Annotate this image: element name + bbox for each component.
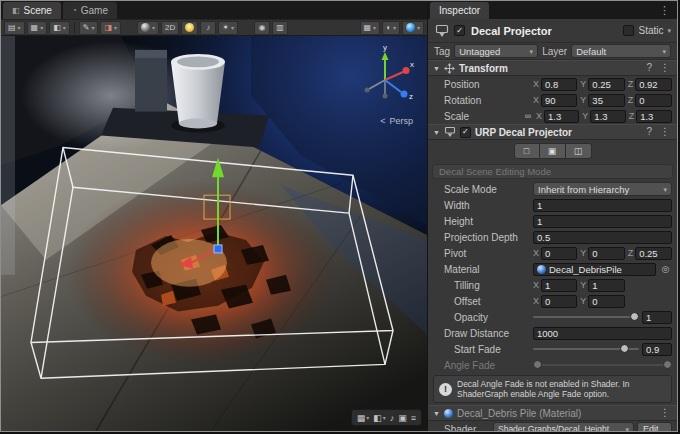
rotation-y-field[interactable]: 35 <box>588 94 624 107</box>
active-checkbox[interactable]: ✓ <box>454 25 465 36</box>
start-fade-slider[interactable] <box>533 343 639 355</box>
tilling-y-field[interactable]: 1 <box>588 279 624 292</box>
gameobject-name[interactable]: Decal Projector <box>471 25 552 37</box>
projection-depth-label[interactable]: Projection Depth <box>444 232 530 243</box>
snap-settings-dropdown[interactable]: ◧▾ <box>49 21 70 35</box>
scale-z-field[interactable]: 1.3 <box>636 110 672 123</box>
paint-tool-dropdown[interactable]: ✎▾ <box>79 21 99 35</box>
component-filter-button[interactable]: ▥ <box>272 21 288 35</box>
shader-dropdown[interactable]: Shader Graphs/Decal_HeightMask▾ <box>493 422 634 432</box>
kebab-icon[interactable]: ⋮ <box>658 408 672 418</box>
width-label[interactable]: Width <box>444 200 530 211</box>
x-axis-label[interactable]: X <box>533 79 539 89</box>
orientation-gizmo[interactable]: y x z <box>351 40 419 114</box>
x-axis-label[interactable]: X <box>533 248 539 258</box>
z-axis-handle[interactable] <box>214 245 222 253</box>
shading-mode-dropdown[interactable]: ▾ <box>137 21 159 35</box>
rotation-label[interactable]: Rotation <box>444 95 530 106</box>
scale-mode-label[interactable]: Scale Mode <box>444 184 530 195</box>
x-axis-label[interactable]: X <box>536 111 542 121</box>
foldout-icon[interactable]: ▼ <box>433 410 440 417</box>
z-axis-label[interactable]: Z <box>628 248 634 258</box>
y-axis-label[interactable]: Y <box>582 111 588 121</box>
opacity-slider[interactable] <box>533 311 639 323</box>
edit-scale-button[interactable]: □ <box>514 143 540 159</box>
rotation-x-field[interactable]: 90 <box>541 94 577 107</box>
gizmo-z-axis[interactable] <box>385 80 401 92</box>
scale-mode-dropdown[interactable]: Inherit from Hierarchy▾ <box>533 182 672 196</box>
projection-mode-label[interactable]: < Persp <box>380 116 413 126</box>
debug-draw-dropdown[interactable]: ◨▾ <box>100 21 121 35</box>
z-axis-label[interactable]: Z <box>629 111 635 121</box>
y-axis-label[interactable]: Y <box>580 79 586 89</box>
overlay-camera-dropdown[interactable]: ◧▾ <box>373 413 386 423</box>
x-axis-label[interactable]: X <box>533 95 539 105</box>
overlay-capture-button[interactable]: ▣ <box>398 413 407 423</box>
material-section-header[interactable]: ▼ Decal_Debris Pile (Material) ⋮ <box>428 405 677 421</box>
scene-visibility-toggle[interactable]: ◉ <box>254 21 270 35</box>
grid-snap-dropdown[interactable]: ▦▾ <box>27 21 48 35</box>
scale-label[interactable]: Scale <box>444 111 520 122</box>
offset-y-field[interactable]: 0 <box>588 295 624 308</box>
kebab-icon[interactable]: ⋮ <box>658 127 672 137</box>
draw-distance-field[interactable]: 1000 <box>533 327 672 340</box>
shader-label[interactable]: Shader <box>444 424 490 432</box>
x-axis-label[interactable]: X <box>533 280 539 290</box>
pivot-z-field[interactable]: 0.25 <box>635 247 672 260</box>
pivot-x-field[interactable]: 0 <box>541 247 577 260</box>
y-axis-label[interactable]: Y <box>580 248 586 258</box>
position-label[interactable]: Position <box>444 79 530 90</box>
material-object-field[interactable]: Decal_DebrisPile <box>533 263 656 276</box>
rotation-z-field[interactable]: 0 <box>635 94 672 107</box>
height-field[interactable]: 1 <box>533 215 672 228</box>
scale-x-field[interactable]: 1.3 <box>544 110 579 123</box>
material-label[interactable]: Material <box>444 264 530 275</box>
tag-dropdown[interactable]: Untagged▾ <box>454 44 538 58</box>
opacity-label[interactable]: Opacity <box>444 312 530 323</box>
scene-lighting-toggle[interactable] <box>181 21 198 35</box>
y-axis-label[interactable]: Y <box>580 280 586 290</box>
scene-audio-toggle[interactable]: ♪ <box>200 21 216 35</box>
shader-edit-button[interactable]: Edit... <box>637 422 672 432</box>
edit-pivot-button[interactable]: ◫ <box>566 143 592 159</box>
tab-inspector[interactable]: Inspector <box>430 2 489 19</box>
constrain-proportions-link-icon[interactable]: ∞ <box>523 111 533 121</box>
tool-settings-dropdown[interactable]: ▤▾ <box>4 21 25 35</box>
gizmo-x-axis[interactable] <box>385 72 403 80</box>
effects-dropdown[interactable]: ✶▾ <box>218 21 238 35</box>
help-icon[interactable]: ? <box>644 127 654 137</box>
tilling-x-field[interactable]: 1 <box>541 279 577 292</box>
position-z-field[interactable]: 0.92 <box>635 78 672 91</box>
help-icon[interactable]: ? <box>644 63 654 73</box>
position-y-field[interactable]: 0.25 <box>588 78 624 91</box>
overlay-menu-button[interactable]: ≡ <box>411 413 416 423</box>
scene-camera-settings-dropdown[interactable]: ▾ <box>402 21 424 35</box>
tilling-label[interactable]: Tilling <box>444 280 530 291</box>
offset-label[interactable]: Offset <box>444 296 530 307</box>
opacity-field[interactable]: 1 <box>642 311 672 324</box>
pivot-label[interactable]: Pivot <box>444 248 530 259</box>
tab-game[interactable]: ◔ Game <box>63 2 117 19</box>
foldout-icon[interactable]: ▼ <box>433 65 440 72</box>
gizmos-dropdown[interactable]: ◐▾ <box>382 21 400 35</box>
height-label[interactable]: Height <box>444 216 530 227</box>
component-enabled-checkbox[interactable]: ✓ <box>460 127 471 138</box>
start-fade-field[interactable]: 0.9 <box>642 343 672 356</box>
edit-crop-button[interactable]: ▣ <box>540 143 566 159</box>
tab-scene[interactable]: ◧ Scene <box>3 2 61 19</box>
overlay-audio-button[interactable]: ♪ <box>390 413 395 423</box>
position-x-field[interactable]: 0.8 <box>541 78 577 91</box>
kebab-icon[interactable]: ⋮ <box>658 63 672 73</box>
static-flags-caret-icon[interactable]: ▾ <box>667 27 671 34</box>
static-checkbox[interactable] <box>623 25 634 36</box>
inspector-menu-kebab-icon[interactable]: ⋮ <box>652 4 677 17</box>
foldout-icon[interactable]: ▼ <box>433 129 440 136</box>
z-axis-label[interactable]: Z <box>628 95 634 105</box>
decal-projector-component-header[interactable]: ▼ ✓ URP Decal Projector ? ⋮ <box>428 124 677 140</box>
grid-visibility-dropdown[interactable]: ▦▾ <box>360 21 381 35</box>
y-axis-label[interactable]: Y <box>580 95 586 105</box>
projection-depth-field[interactable]: 0.5 <box>533 231 672 244</box>
pivot-y-field[interactable]: 0 <box>588 247 624 260</box>
start-fade-label[interactable]: Start Fade <box>444 344 530 355</box>
y-axis-label[interactable]: Y <box>580 296 586 306</box>
